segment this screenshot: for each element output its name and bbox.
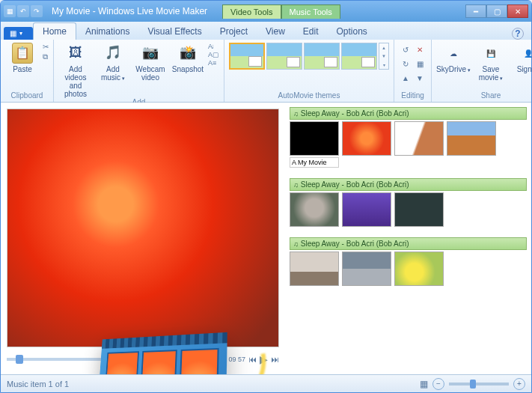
webcam-label: Webcam video bbox=[133, 65, 168, 82]
move-up-icon[interactable]: ▲ bbox=[399, 71, 412, 85]
add-music-label: Add music bbox=[96, 65, 130, 82]
view-toggle-icon[interactable]: ▦ bbox=[420, 379, 428, 389]
paste-label: Paste bbox=[13, 65, 32, 73]
music-track-2[interactable]: Sleep Away - Bob Acri (Bob Acri) bbox=[290, 178, 527, 191]
clip-group-3: Sleep Away - Bob Acri (Bob Acri) bbox=[290, 237, 527, 286]
cut-icon[interactable]: ✂ bbox=[43, 43, 49, 51]
play-button[interactable]: ▶ bbox=[260, 353, 268, 365]
title-icon[interactable]: Aᵢ bbox=[208, 43, 219, 50]
move-down-icon[interactable]: ▼ bbox=[413, 71, 426, 85]
theme-thumb-2[interactable] bbox=[266, 43, 302, 70]
webcam-icon bbox=[140, 43, 161, 64]
group-automovie-themes: ▲▼▾ AutoMovie themes bbox=[224, 40, 394, 102]
clip-group-1: Sleep Away - Bob Acri (Bob Acri) A My Mo… bbox=[290, 107, 527, 168]
music-note-icon bbox=[103, 43, 123, 64]
add-music-button[interactable]: Add music bbox=[96, 43, 130, 82]
save-movie-icon: 💾 bbox=[480, 43, 501, 64]
caption-icon[interactable]: A▢ bbox=[208, 51, 219, 58]
clip-dark[interactable] bbox=[394, 192, 444, 227]
tab-project[interactable]: Project bbox=[211, 23, 257, 40]
group-themes-label: AutoMovie themes bbox=[229, 91, 389, 100]
add-videos-label: Add videos and photos bbox=[58, 65, 93, 98]
title-bar[interactable]: ▦ ↶ ↷ My Movie - Windows Live Movie Make… bbox=[1, 1, 531, 22]
sign-in-button[interactable]: 👤 Sign in bbox=[511, 43, 532, 73]
group-editing: ↺ ✕ ↻ ▦ ▲ ▼ Editing bbox=[394, 40, 432, 102]
storyboard-pane[interactable]: Sleep Away - Bob Acri (Bob Acri) A My Mo… bbox=[285, 103, 531, 374]
ribbon-tabs: Home Animations Visual Effects Project V… bbox=[1, 22, 531, 40]
snapshot-label: Snapshot bbox=[172, 65, 204, 73]
webcam-video-button[interactable]: Webcam video bbox=[133, 43, 168, 82]
group-share: ☁ SkyDrive 💾 Save movie 👤 Sign in Share bbox=[432, 40, 532, 102]
user-icon: 👤 bbox=[518, 43, 532, 64]
tab-visual-effects[interactable]: Visual Effects bbox=[138, 23, 210, 40]
maximize-button[interactable]: ▢ bbox=[486, 4, 507, 18]
clip-tulip[interactable] bbox=[394, 252, 444, 286]
theme-thumb-3[interactable] bbox=[304, 43, 340, 70]
group-clipboard: Paste ✂ ⧉ Clipboard bbox=[1, 40, 54, 102]
theme-thumb-4[interactable] bbox=[341, 43, 377, 70]
preview-monitor[interactable] bbox=[7, 109, 279, 347]
select-all-icon[interactable]: ▦ bbox=[413, 57, 426, 70]
help-icon[interactable]: ? bbox=[512, 28, 524, 40]
clip-group-2: Sleep Away - Bob Acri (Bob Acri) bbox=[290, 178, 527, 227]
clip-koala[interactable] bbox=[290, 192, 339, 227]
group-share-label: Share bbox=[436, 91, 532, 100]
tab-view[interactable]: View bbox=[257, 23, 294, 40]
group-add: Add videos and photos Add music Webcam v… bbox=[54, 40, 224, 102]
context-tab-video[interactable]: Video Tools bbox=[222, 4, 281, 19]
title-clip[interactable]: A My Movie bbox=[290, 157, 339, 168]
save-movie-label: Save movie bbox=[474, 65, 508, 82]
theme-gallery: ▲▼▾ bbox=[229, 43, 389, 70]
file-menu-button[interactable] bbox=[4, 27, 33, 40]
zoom-out-button[interactable]: − bbox=[432, 378, 444, 390]
minimize-button[interactable]: ━ bbox=[465, 4, 486, 18]
add-videos-photos-button[interactable]: Add videos and photos bbox=[58, 43, 93, 98]
time-display: 00 00 00/00 09 57 bbox=[191, 356, 245, 363]
music-track-1[interactable]: Sleep Away - Bob Acri (Bob Acri) bbox=[290, 107, 527, 120]
photo-icon bbox=[65, 43, 86, 64]
playback-scrubber[interactable] bbox=[7, 358, 188, 361]
clip-split[interactable] bbox=[394, 121, 444, 156]
snapshot-icon bbox=[177, 43, 198, 64]
close-button[interactable]: ✕ bbox=[507, 4, 528, 18]
clip-desk[interactable] bbox=[342, 252, 391, 286]
tab-home[interactable]: Home bbox=[33, 22, 76, 40]
clip-black[interactable] bbox=[290, 121, 339, 156]
qat-save-icon[interactable]: ▦ bbox=[4, 5, 16, 17]
qat-redo-icon[interactable]: ↷ bbox=[31, 5, 43, 17]
zoom-in-button[interactable]: + bbox=[513, 378, 525, 390]
tab-animations[interactable]: Animations bbox=[76, 23, 138, 40]
rotate-right-icon[interactable]: ↻ bbox=[399, 57, 412, 70]
theme-thumb-1[interactable] bbox=[229, 43, 265, 70]
qat-undo-icon[interactable]: ↶ bbox=[17, 5, 29, 17]
skydrive-button[interactable]: ☁ SkyDrive bbox=[436, 43, 471, 73]
clip-purple[interactable] bbox=[342, 192, 391, 227]
snapshot-button[interactable]: Snapshot bbox=[171, 43, 205, 73]
music-track-3[interactable]: Sleep Away - Bob Acri (Bob Acri) bbox=[290, 237, 527, 250]
copy-icon[interactable]: ⧉ bbox=[43, 52, 49, 61]
workspace: 00 00 00/00 09 57 ⏮ ▶ ⏭ Sleep Away - Bob… bbox=[1, 103, 531, 374]
save-movie-button[interactable]: 💾 Save movie bbox=[474, 43, 508, 82]
credits-icon[interactable]: A≡ bbox=[208, 59, 219, 67]
sign-in-label: Sign in bbox=[517, 65, 532, 73]
clip-flower[interactable] bbox=[342, 121, 391, 156]
rotate-left-icon[interactable]: ↺ bbox=[399, 43, 412, 56]
group-editing-label: Editing bbox=[399, 91, 426, 100]
status-bar: Music item 1 of 1 ▦ − + bbox=[1, 374, 531, 392]
clip-desert[interactable] bbox=[447, 121, 496, 156]
next-frame-button[interactable]: ⏭ bbox=[271, 355, 279, 364]
paste-button[interactable]: Paste bbox=[5, 43, 40, 73]
gallery-expand-button[interactable]: ▲▼▾ bbox=[379, 43, 389, 70]
transport-controls: 00 00 00/00 09 57 ⏮ ▶ ⏭ bbox=[7, 350, 279, 368]
window-controls: ━ ▢ ✕ bbox=[465, 4, 528, 18]
tab-options[interactable]: Options bbox=[328, 23, 376, 40]
cloud-icon: ☁ bbox=[443, 43, 464, 64]
preview-pane: 00 00 00/00 09 57 ⏮ ▶ ⏭ bbox=[1, 103, 285, 374]
delete-icon[interactable]: ✕ bbox=[413, 43, 426, 56]
prev-frame-button[interactable]: ⏮ bbox=[248, 355, 257, 364]
context-tab-music[interactable]: Music Tools bbox=[281, 4, 340, 19]
zoom-slider[interactable] bbox=[449, 383, 509, 386]
tab-edit[interactable]: Edit bbox=[294, 23, 328, 40]
clip-room[interactable] bbox=[290, 252, 339, 286]
status-text: Music item 1 of 1 bbox=[7, 380, 69, 389]
